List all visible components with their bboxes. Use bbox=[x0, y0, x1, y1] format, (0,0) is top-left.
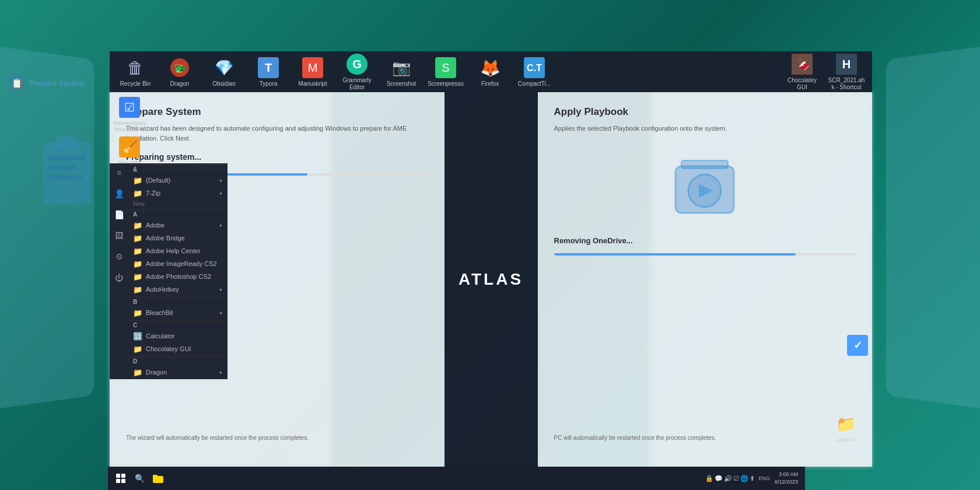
top-icon-strip: 🗑 Recycle Bin 🐲 Dragon 💎 Obsidian T Typo… bbox=[110, 51, 872, 92]
grammarly-icon[interactable]: G Grammarly Editor bbox=[336, 50, 378, 93]
section-b: B bbox=[128, 297, 228, 306]
svg-rect-32 bbox=[121, 479, 125, 483]
app-adobe-bridge[interactable]: 📁 Adobe Bridge bbox=[128, 232, 228, 244]
volume-icon: 🔊 bbox=[724, 475, 732, 482]
clock-date: 6/12/2023 bbox=[775, 478, 798, 486]
chat-icon: 💬 bbox=[715, 475, 723, 482]
app-7zip[interactable]: 📁 7-Zip ▸ bbox=[128, 187, 228, 200]
svg-text:M: M bbox=[308, 61, 318, 74]
app-list: & 📁 (Default) ▸ 📁 7-Zip ▸ New A 📁 Adobe … bbox=[128, 163, 228, 379]
app-bleachbit[interactable]: 📁 BleachBit ▸ bbox=[128, 306, 228, 319]
lock-icon: 🔒 bbox=[705, 475, 713, 482]
wifi-icon: 🌐 bbox=[740, 475, 748, 482]
folder-icon: 📁 bbox=[133, 368, 142, 377]
apply-pane-footer: PC will automatically be restarted once … bbox=[554, 435, 856, 441]
atlasos-folder-icon: 📁 bbox=[834, 412, 858, 436]
svg-rect-3 bbox=[48, 166, 75, 170]
image-icon[interactable]: 🖼 bbox=[115, 231, 123, 240]
svg-text:🧹: 🧹 bbox=[122, 139, 138, 155]
folder-icon: 📁 bbox=[133, 233, 142, 243]
apply-action-label: Removing OneDrive... bbox=[554, 236, 856, 245]
prepare-system-label-container: 📋 Prepare System bbox=[9, 75, 84, 91]
folder-icon: 📁 bbox=[133, 176, 142, 185]
recycle-bin-icon[interactable]: 🗑 Recycle Bin bbox=[114, 54, 156, 90]
app-adobe-imageready[interactable]: 📁 Adobe ImageReady CS2 bbox=[128, 257, 228, 270]
atlasos-icon[interactable]: 📁 AtlasOS bbox=[834, 412, 858, 443]
svg-rect-1 bbox=[57, 135, 77, 149]
taskbar-clock[interactable]: 3:00 AM 6/12/2023 bbox=[775, 471, 800, 485]
app-adobe[interactable]: 📁 Adobe ▸ bbox=[128, 219, 228, 232]
folder-icon: 📁 bbox=[133, 272, 142, 281]
taskbar-search-button[interactable]: 🔍 bbox=[131, 470, 148, 487]
section-c: C bbox=[128, 320, 228, 330]
settings-icon[interactable]: ⚙ bbox=[116, 252, 123, 261]
svg-text:C.T: C.T bbox=[527, 63, 542, 73]
app-default[interactable]: 📁 (Default) ▸ bbox=[128, 174, 228, 187]
manuskript-icon[interactable]: M Manuskript bbox=[292, 54, 334, 90]
power-icon[interactable]: ⏻ bbox=[115, 273, 123, 282]
start-menu-side-icons: ≡ 👤 📄 🖼 ⚙ ⏻ bbox=[110, 163, 128, 379]
prepare-system-text: Prepare System bbox=[30, 79, 84, 88]
folder-icon: 🔢 bbox=[133, 331, 142, 341]
confirm-checkbox[interactable] bbox=[847, 335, 868, 356]
prepare-pane-subtitle: Preparing system... bbox=[126, 152, 428, 162]
clock-time: 3:00 AM bbox=[779, 471, 798, 478]
apply-playbook-pane: Apply Playbook Applies the selected Play… bbox=[538, 92, 873, 467]
chocolatey-icon[interactable]: 🍫 Chocolatey GUI bbox=[781, 50, 823, 93]
battery-icon: ⬆ bbox=[750, 475, 755, 482]
hamburger-icon[interactable]: ≡ bbox=[117, 168, 121, 177]
screenshot-icon[interactable]: 📷 Screenshot bbox=[380, 54, 422, 90]
atlasos-label: AtlasOS bbox=[836, 437, 855, 443]
app-adobe-photoshop[interactable]: 📁 Adobe Photoshop CS2 bbox=[128, 270, 228, 283]
svg-rect-30 bbox=[121, 474, 125, 478]
prepare-pane-desc: This wizard has been designed to automat… bbox=[126, 124, 428, 143]
start-button[interactable] bbox=[113, 470, 129, 487]
svg-rect-2 bbox=[48, 156, 86, 160]
apply-pane-desc: Applies the selected Playbook configurat… bbox=[554, 124, 856, 134]
taskbar: 🔍 🔒 💬 🔊 ☑ 🌐 ⬆ ENG 3:00 AM 6/12/2023 bbox=[108, 467, 805, 490]
taskbar-explorer-button[interactable] bbox=[150, 470, 166, 487]
svg-text:T: T bbox=[265, 61, 272, 74]
prepare-pane-footer: The wizard will automatically be restart… bbox=[126, 435, 428, 441]
atlas-logo: ATLAS bbox=[459, 270, 523, 289]
app-adobe-help[interactable]: 📁 Adobe Help Center bbox=[128, 244, 228, 257]
svg-text:🐲: 🐲 bbox=[173, 62, 187, 75]
prepare-system-icon: 📋 bbox=[9, 75, 25, 91]
app-chocolatey[interactable]: 📁 Chocolatey GUI bbox=[128, 342, 228, 355]
screenpresso-icon[interactable]: S Screenpresso bbox=[425, 54, 467, 90]
svg-text:🍫: 🍫 bbox=[795, 57, 810, 71]
svg-rect-0 bbox=[43, 142, 92, 204]
app-calculator[interactable]: 🔢 Calculator bbox=[128, 330, 228, 342]
apply-pane-title: Apply Playbook bbox=[554, 106, 856, 118]
svg-rect-31 bbox=[116, 479, 120, 483]
docs-icon[interactable]: 📄 bbox=[114, 210, 124, 219]
apply-progress-bar bbox=[554, 253, 856, 256]
app-autohotkey[interactable]: 📁 AutoHotkey ▸ bbox=[128, 283, 228, 296]
compactti-icon[interactable]: C.T CompactTi... bbox=[513, 54, 555, 90]
typora-icon[interactable]: T Typora bbox=[247, 54, 289, 90]
folder-icon: 📁 bbox=[133, 188, 142, 198]
new-badge: New bbox=[128, 200, 228, 208]
user-icon[interactable]: 👤 bbox=[114, 189, 124, 198]
language-indicator: ENG bbox=[758, 475, 770, 481]
firefox-icon[interactable]: 🦊 Firefox bbox=[469, 54, 511, 90]
taskbar-system-tray: 🔒 💬 🔊 ☑ 🌐 ⬆ ENG bbox=[705, 475, 770, 482]
svg-text:S: S bbox=[442, 61, 449, 74]
checkbox-tray-icon: ☑ bbox=[733, 475, 739, 482]
svg-rect-34 bbox=[153, 475, 158, 477]
section-a: A bbox=[128, 209, 228, 219]
folder-icon: 📁 bbox=[133, 308, 142, 317]
glass-panel-right bbox=[886, 47, 980, 408]
section-amp: & bbox=[128, 164, 228, 174]
svg-text:☑: ☑ bbox=[124, 101, 135, 114]
malwarebytes-icon[interactable]: ☑ MalwarebytesWindows F... bbox=[110, 93, 149, 135]
folder-icon: 📁 bbox=[133, 344, 142, 354]
app-dragon[interactable]: 📁 Dragon ▸ bbox=[128, 366, 228, 379]
ahk-shortcut-icon[interactable]: H SCR_2021.ahk - Shortcut bbox=[825, 50, 867, 93]
dragon-icon[interactable]: 🐲 Dragon bbox=[159, 54, 201, 90]
svg-rect-4 bbox=[48, 175, 82, 179]
obsidian-icon[interactable]: 💎 Obsidian bbox=[203, 54, 245, 90]
folder-icon: 📁 bbox=[133, 246, 142, 256]
playbook-icon bbox=[670, 155, 740, 225]
svg-text:G: G bbox=[352, 58, 362, 71]
